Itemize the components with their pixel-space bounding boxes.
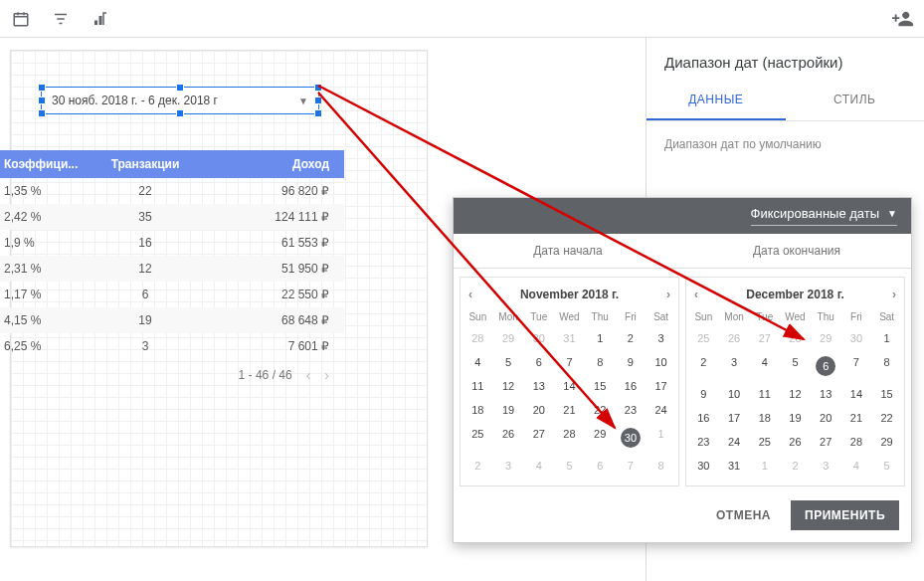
table-row[interactable]: 1,17 %622 550 ₽ [0,282,344,307]
calendar-day[interactable]: 23 [688,430,719,454]
date-range-control[interactable]: 30 нояб. 2018 г. - 6 дек. 2018 г ▼ [41,87,319,114]
calendar-day[interactable]: 29 [493,326,524,350]
calendar-day[interactable]: 22 [871,406,902,430]
calendar-day[interactable]: 5 [780,350,811,382]
calendar-day[interactable]: 26 [719,326,750,350]
calendar-day[interactable]: 17 [719,406,750,430]
calendar-day[interactable]: 14 [554,374,585,398]
calendar-day[interactable]: 2 [462,454,493,478]
pager-prev-icon[interactable]: ‹ [306,367,311,383]
calendar-day[interactable]: 31 [719,454,750,478]
next-month-icon[interactable]: › [666,288,670,301]
calendar-day[interactable]: 5 [493,350,524,374]
calendar-day[interactable]: 4 [841,454,872,478]
calendar-day[interactable]: 9 [616,350,647,374]
calendar-day[interactable]: 3 [646,326,676,350]
calendar-day[interactable]: 2 [688,350,719,382]
calendar-day[interactable]: 19 [780,406,811,430]
calendar-day[interactable]: 29 [811,326,841,350]
calendar-day[interactable]: 26 [780,430,811,454]
calendar-day[interactable]: 8 [646,454,676,478]
calendar-day[interactable]: 25 [462,422,493,454]
calendar-day[interactable]: 30 [841,326,872,350]
calendar-day[interactable]: 15 [585,374,616,398]
calendar-day[interactable]: 11 [462,374,493,398]
calendar-day[interactable]: 28 [462,326,493,350]
calendar-day[interactable]: 28 [780,326,811,350]
filter-tool-icon[interactable] [50,8,72,30]
calendar-day[interactable]: 12 [493,374,524,398]
calendar-day[interactable]: 10 [646,350,676,374]
calendar-day[interactable]: 12 [780,382,811,406]
resize-handle[interactable] [38,97,46,104]
tab-data[interactable]: ДАННЫЕ [647,81,786,120]
resize-handle[interactable] [38,84,46,92]
calendar-day[interactable]: 4 [749,350,780,382]
calendar-day[interactable]: 5 [554,454,585,478]
date-range-tool-icon[interactable] [10,8,32,30]
calendar-day[interactable]: 1 [646,422,676,454]
apply-button[interactable]: ПРИМЕНИТЬ [791,500,899,530]
calendar-day[interactable]: 27 [811,430,841,454]
calendar-day[interactable]: 3 [493,454,524,478]
calendar-day[interactable]: 21 [841,406,872,430]
calendar-day[interactable]: 30 [616,422,647,454]
prev-month-icon[interactable]: ‹ [694,288,698,301]
calendar-day[interactable]: 4 [462,350,493,374]
calendar-day[interactable]: 18 [749,406,780,430]
calendar-day[interactable]: 10 [719,382,750,406]
calendar-day[interactable]: 1 [585,326,616,350]
prev-month-icon[interactable]: ‹ [468,288,472,301]
next-month-icon[interactable]: › [892,288,896,301]
table-row[interactable]: 2,42 %35124 111 ₽ [0,204,344,230]
calendar-day[interactable]: 18 [462,398,493,422]
canvas[interactable]: 30 нояб. 2018 г. - 6 дек. 2018 г ▼ Коэфф… [10,50,428,547]
calendar-day[interactable]: 29 [585,422,616,454]
col-header[interactable]: Доход [205,157,344,171]
table-row[interactable]: 1,35 %2296 820 ₽ [0,178,344,204]
calendar-day[interactable]: 31 [554,326,585,350]
calendar-day[interactable]: 5 [871,454,902,478]
calendar-day[interactable]: 30 [523,326,554,350]
calendar-day[interactable]: 6 [523,350,554,374]
calendar-day[interactable]: 16 [688,406,719,430]
calendar-day[interactable]: 24 [719,430,750,454]
calendar-day[interactable]: 23 [616,398,647,422]
col-header[interactable]: Коэффици... [0,157,86,171]
end-date-tab[interactable]: Дата окончания [682,234,911,268]
calendar-day[interactable]: 16 [616,374,647,398]
calendar-day[interactable]: 24 [646,398,676,422]
data-control-tool-icon[interactable] [90,8,111,30]
table-row[interactable]: 1,9 %1661 553 ₽ [0,230,344,256]
col-header[interactable]: Транзакции [86,157,205,171]
resize-handle[interactable] [314,97,322,104]
calendar-day[interactable]: 4 [523,454,554,478]
start-date-tab[interactable]: Дата начала [454,234,682,268]
resize-handle[interactable] [176,84,184,92]
add-user-icon[interactable] [892,8,914,30]
calendar-day[interactable]: 19 [493,398,524,422]
calendar-day[interactable]: 8 [585,350,616,374]
calendar-day[interactable]: 8 [871,350,902,382]
table-row[interactable]: 6,25 %37 601 ₽ [0,333,344,359]
calendar-day[interactable]: 27 [749,326,780,350]
calendar-day[interactable]: 2 [780,454,811,478]
calendar-day[interactable]: 25 [749,430,780,454]
calendar-day[interactable]: 3 [719,350,750,382]
calendar-day[interactable]: 13 [523,374,554,398]
calendar-day[interactable]: 28 [841,430,872,454]
calendar-day[interactable]: 13 [811,382,841,406]
resize-handle[interactable] [314,84,322,92]
calendar-day[interactable]: 26 [493,422,524,454]
tab-style[interactable]: СТИЛЬ [786,81,925,120]
calendar-day[interactable]: 7 [616,454,647,478]
table-row[interactable]: 2,31 %1251 950 ₽ [0,256,344,282]
date-type-dropdown[interactable]: Фиксированные даты ▼ [751,206,897,226]
resize-handle[interactable] [176,109,184,117]
table-row[interactable]: 4,15 %1968 648 ₽ [0,307,344,333]
resize-handle[interactable] [38,109,46,117]
calendar-day[interactable]: 14 [841,382,872,406]
calendar-day[interactable]: 20 [523,398,554,422]
calendar-day[interactable]: 2 [616,326,647,350]
calendar-day[interactable]: 27 [523,422,554,454]
